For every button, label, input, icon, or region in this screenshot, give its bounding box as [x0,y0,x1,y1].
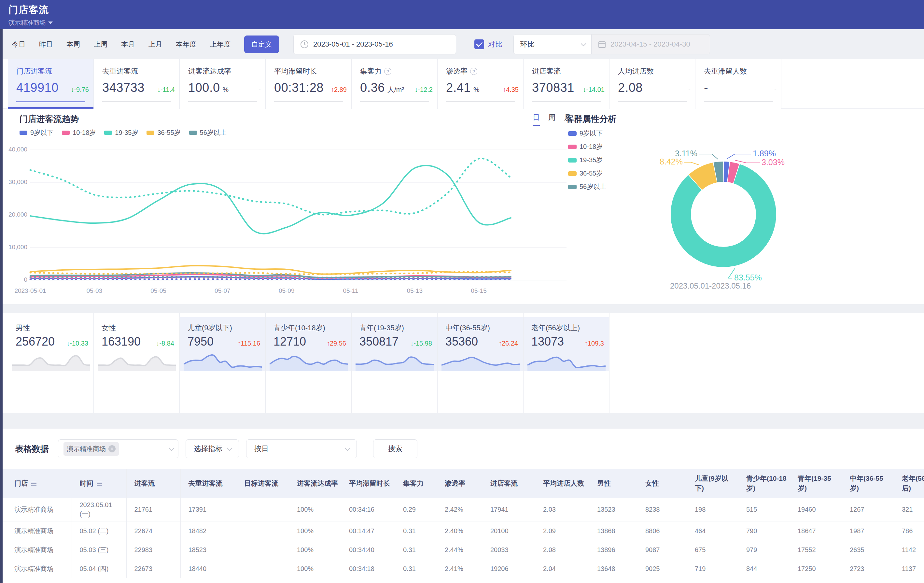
table-cell: 演示精准商场 [3,498,72,522]
donut-leader-line [727,154,751,159]
column-header-去重进客流: 去重进客流 [180,469,236,498]
legend-item[interactable]: 10-18岁 [62,128,96,137]
quick-filter-上年度[interactable]: 上年度 [210,40,231,49]
quick-filter-本年度[interactable]: 本年度 [176,40,196,49]
kpi-value: 2.08 [618,81,643,95]
demo-card-value-row: 256720↓-10.33 [16,335,90,348]
help-icon[interactable]: ? [384,68,391,75]
legend-swatch [568,185,577,189]
period-select[interactable]: 按日 [246,439,357,458]
table-row: 演示精准商场2023.05.01 (一)2176117391100%00:34:… [3,498,924,522]
legend-item[interactable]: 36-55岁 [147,128,180,137]
demo-card-value: 163190 [102,335,141,348]
demo-card-value-row: 12710↑29.56 [274,335,348,348]
chevron-down-icon [345,445,350,451]
kpi-card[interactable]: 去重进客流343733↓-11.4 [94,59,180,109]
kpi-card[interactable]: 进客流达成率100.0%- [180,59,266,109]
page-title: 门店客流 [8,3,924,17]
x-tick-label: 05-11 [325,287,377,294]
tab-日[interactable]: 日 [533,113,540,126]
legend-swatch [147,130,154,135]
table-cell: 100% [289,540,341,559]
kpi-value-row: 2.41%↑4.35 [446,81,523,95]
kpi-card[interactable]: 渗透率?2.41%↑4.35 [437,59,523,109]
column-header-男性: 男性 [589,469,637,498]
kpi-card[interactable]: 人均进店数2.08- [609,59,695,109]
table-cell: 9087 [637,540,687,559]
quick-filter-本月[interactable]: 本月 [121,40,135,49]
compare-checkbox[interactable] [474,40,484,49]
date-range-input[interactable]: 2023-05-01 - 2023-05-16 [293,34,456,55]
donut-legend-item[interactable]: 19-35岁 [568,156,606,165]
legend-label: 56岁以上 [200,128,227,137]
kpi-card[interactable]: 去重滞留人数-- [695,59,781,109]
table-cell: 2.42% [437,498,482,522]
tab-周[interactable]: 周 [548,113,556,126]
kpi-sparkline [532,101,601,102]
donut-slice-56岁以上[interactable] [716,172,723,172]
quick-filter-昨日[interactable]: 昨日 [39,40,53,49]
kpi-card[interactable]: 门店进客流419910↓-9.76 [8,59,94,109]
kpi-unit: % [474,86,480,94]
donut-legend-item[interactable]: 9岁以下 [568,129,606,138]
trend-chart-title: 门店进客流趋势 [20,113,79,125]
table-cell: 演示精准商场 [3,559,72,578]
column-header-时间[interactable]: 时间 [72,469,126,498]
kpi-card[interactable]: 平均滞留时长00:31:28↑2.89 [266,59,351,109]
quick-filter-本周[interactable]: 本周 [66,40,80,49]
help-icon[interactable]: ? [470,68,477,75]
y-tick-label: 0 [3,276,27,283]
legend-label: 19-35岁 [115,128,138,137]
legend-label: 10-18岁 [579,142,603,151]
table-cell: 2.44% [437,540,482,559]
store-selector[interactable]: 演示精准商场 [8,18,53,27]
donut-slice-36-55岁[interactable] [695,173,715,182]
table-cell: 05.03 (三) [72,540,126,559]
store-multiselect[interactable]: 演示精准商场 × [58,439,178,458]
quick-filter-今日[interactable]: 今日 [12,40,25,49]
donut-slice-9岁以下[interactable] [724,172,728,172]
column-header-进客流: 进客流 [126,469,180,498]
search-button[interactable]: 搜索 [373,439,417,458]
table-cell: 2723 [842,559,894,578]
kpi-card[interactable]: 进店客流370831↓-14.01 [523,59,609,109]
demo-card-change: ↓-15.98 [410,340,434,347]
kpi-change: ↓-12.2 [414,86,433,94]
table-cell: 2.41% [437,559,482,578]
kpi-change: ↓-14.01 [583,86,605,94]
custom-range-button[interactable]: 自定义 [244,35,279,53]
legend-item[interactable]: 9岁以下 [20,128,53,137]
kpi-sparkline [618,101,687,102]
donut-legend: 9岁以下10-18岁19-35岁36-55岁56岁以上 [568,129,615,196]
quick-filter-上周[interactable]: 上周 [94,40,107,49]
donut-legend-item[interactable]: 36-55岁 [568,169,606,178]
demo-card: 中年(36-55岁)35360↑26.24 [437,313,523,413]
remove-tag-icon[interactable]: × [109,445,116,453]
donut-percent-label: 1.89% [753,149,776,158]
table-cell: 2.08 [535,540,589,559]
donut-slice-19-35岁[interactable] [681,174,766,257]
donut-legend-item[interactable]: 10-18岁 [568,142,606,151]
legend-item[interactable]: 56岁以上 [189,128,227,137]
table-cell: 17391 [180,498,236,522]
quick-filter-上月[interactable]: 上月 [148,40,162,49]
table-cell: 464 [687,522,738,540]
donut-percent-label: 3.03% [762,158,785,167]
compare-mode-select[interactable]: 环比 [513,34,592,55]
trend-chart-svg [26,147,573,290]
donut-slice-10-18岁[interactable] [729,172,736,173]
donut-legend-item[interactable]: 56岁以上 [568,182,606,191]
table-cell: 844 [738,559,790,578]
chevron-down-icon [48,21,53,24]
demo-card-change: ↑115.16 [238,340,262,347]
kpi-change: - [774,86,777,94]
kpi-label: 进店客流 [532,66,609,76]
kpi-card[interactable]: 集客力?0.36人/m²↓-12.2 [351,59,437,109]
kpi-label: 去重滞留人数 [704,66,781,76]
legend-item[interactable]: 19-35岁 [104,128,138,137]
metric-select-button[interactable]: 选择指标 [186,439,239,458]
sort-filter-icon[interactable] [31,483,36,484]
sort-filter-icon[interactable] [97,483,102,484]
demo-sparkline [270,352,348,371]
column-header-门店[interactable]: 门店 [3,469,72,498]
